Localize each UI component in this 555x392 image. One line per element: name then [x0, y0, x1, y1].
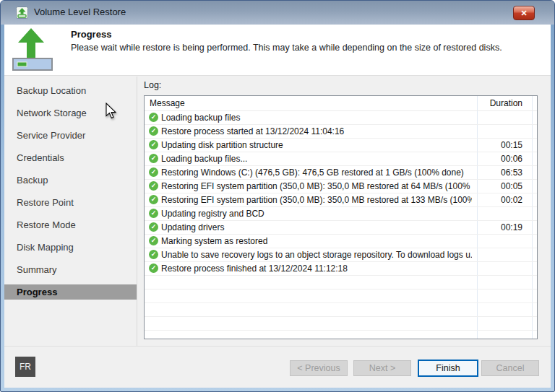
- log-row[interactable]: Loading backup files: [145, 111, 537, 125]
- success-check-icon: [149, 113, 158, 122]
- log-row[interactable]: Updating disk partition structure00:15: [145, 139, 537, 152]
- log-message: Restore process finished at 13/12/2024 1…: [161, 262, 472, 276]
- log-duration: 00:05: [478, 180, 522, 193]
- step-title: Progress: [71, 29, 111, 40]
- cancel-button[interactable]: Cancel: [481, 360, 539, 376]
- log-label: Log:: [144, 80, 161, 90]
- close-button[interactable]: ✕: [513, 6, 535, 20]
- log-message: Marking system as restored: [161, 235, 472, 248]
- footer: FR < Previous Next > Finish Cancel: [4, 346, 551, 388]
- log-message: Unable to save recovery logs to an objec…: [161, 248, 472, 262]
- sidebar-item-progress[interactable]: Progress: [4, 284, 137, 300]
- next-button[interactable]: Next >: [353, 360, 411, 376]
- log-message: Restoring EFI system partition (350,0 MB…: [161, 193, 472, 207]
- sidebar-item-service-provider[interactable]: Service Provider: [4, 128, 137, 143]
- success-check-icon: [149, 263, 158, 273]
- log-row[interactable]: Updating registry and BCD: [145, 207, 537, 221]
- log-table-header[interactable]: Message Duration: [145, 96, 537, 111]
- finish-button[interactable]: Finish: [418, 360, 478, 377]
- success-check-icon: [149, 167, 158, 177]
- wizard-header: Progress Please wait while restore is be…: [4, 25, 551, 76]
- log-duration: 00:02: [478, 193, 522, 207]
- sidebar-item-restore-mode[interactable]: Restore Mode: [4, 217, 137, 232]
- sidebar-item-credentials[interactable]: Credentials: [4, 150, 137, 165]
- wizard-body: Backup LocationNetwork StorageService Pr…: [4, 77, 551, 346]
- volume-level-restore-dialog: Volume Level Restore ✕ Progress Please w…: [0, 0, 555, 392]
- log-duration: 00:19: [478, 221, 522, 235]
- titlebar[interactable]: Volume Level Restore ✕: [1, 1, 554, 25]
- success-check-icon: [149, 195, 158, 204]
- log-message: Updating drivers: [161, 221, 472, 235]
- log-message: Updating disk partition structure: [161, 139, 472, 152]
- success-check-icon: [149, 140, 158, 149]
- log-row-empty: [145, 331, 537, 339]
- log-row-empty: [145, 289, 537, 303]
- restore-arrow-icon: [11, 26, 54, 71]
- success-check-icon: [149, 209, 158, 218]
- log-message: Loading backup files...: [161, 152, 472, 166]
- sidebar-item-backup[interactable]: Backup: [4, 173, 137, 188]
- log-row[interactable]: Restore process started at 13/12/2024 11…: [145, 125, 537, 139]
- log-row[interactable]: Restore process finished at 13/12/2024 1…: [145, 262, 537, 276]
- log-row-empty: [145, 276, 537, 289]
- log-row[interactable]: Restoring EFI system partition (350,0 MB…: [145, 193, 537, 207]
- restore-app-icon: [16, 6, 28, 19]
- log-message: Loading backup files: [161, 111, 472, 125]
- log-duration: 06:53: [478, 166, 522, 180]
- log-row[interactable]: Unable to save recovery logs to an objec…: [145, 248, 537, 262]
- dialog-frame: Progress Please wait while restore is be…: [4, 25, 551, 388]
- sidebar-item-restore-point[interactable]: Restore Point: [4, 195, 137, 210]
- sidebar-item-disk-mapping[interactable]: Disk Mapping: [4, 240, 137, 255]
- success-check-icon: [149, 126, 158, 136]
- language-badge[interactable]: FR: [15, 357, 35, 377]
- wizard-steps: Backup LocationNetwork StorageService Pr…: [4, 77, 137, 346]
- success-check-icon: [149, 154, 158, 163]
- log-duration: 00:15: [478, 139, 522, 152]
- success-check-icon: [149, 222, 158, 232]
- step-description: Please wait while restore is being perfo…: [71, 43, 502, 53]
- log-row[interactable]: Restoring EFI system partition (350,0 MB…: [145, 180, 537, 193]
- log-row[interactable]: Loading backup files...00:06: [145, 152, 537, 166]
- log-message: Restore process started at 13/12/2024 11…: [161, 125, 472, 139]
- log-row-empty: [145, 317, 537, 331]
- log-row[interactable]: Marking system as restored: [145, 235, 537, 248]
- column-header-duration[interactable]: Duration: [478, 96, 522, 111]
- success-check-icon: [149, 250, 158, 259]
- progress-content: Log: Message Duration Loading backup fil…: [137, 77, 551, 346]
- sidebar-item-network-storage[interactable]: Network Storage: [4, 105, 137, 121]
- log-duration: 00:06: [478, 152, 522, 166]
- previous-button[interactable]: < Previous: [290, 360, 348, 376]
- success-check-icon: [149, 181, 158, 191]
- window-title: Volume Level Restore: [34, 1, 126, 25]
- sidebar-item-backup-location[interactable]: Backup Location: [4, 83, 137, 98]
- log-message: Restoring EFI system partition (350,0 MB…: [161, 180, 472, 193]
- log-message: Updating registry and BCD: [161, 207, 472, 221]
- log-row[interactable]: Restoring Windows (C:) (476,5 GB): 476,5…: [145, 166, 537, 180]
- log-message: Restoring Windows (C:) (476,5 GB): 476,5…: [161, 166, 472, 180]
- sidebar-item-summary[interactable]: Summary: [4, 262, 137, 277]
- column-header-message[interactable]: Message: [150, 96, 185, 111]
- log-row[interactable]: Updating drivers00:19: [145, 221, 537, 235]
- success-check-icon: [149, 236, 158, 245]
- log-row-empty: [145, 303, 537, 317]
- log-rows: Loading backup filesRestore process star…: [145, 111, 537, 339]
- log-table[interactable]: Message Duration Loading backup filesRes…: [144, 95, 538, 339]
